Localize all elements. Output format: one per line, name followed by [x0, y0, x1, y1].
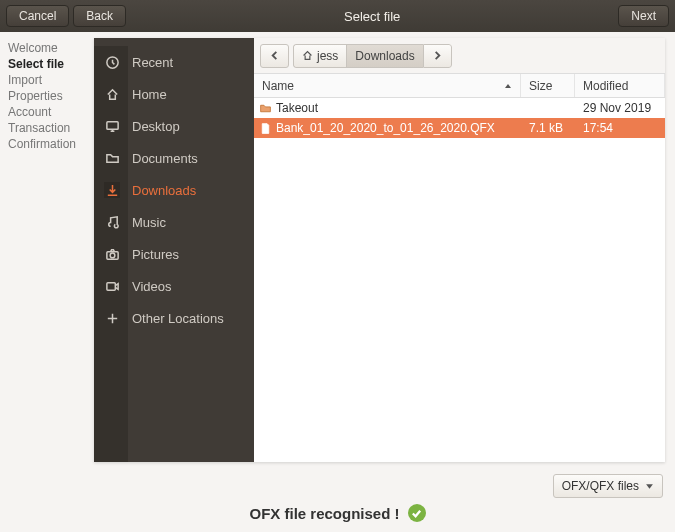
- file-name: Takeout: [276, 101, 521, 115]
- wizard-step: Import: [6, 72, 88, 88]
- place-label: Downloads: [132, 183, 196, 198]
- download-icon: [104, 182, 120, 198]
- wizard-step: Transaction: [6, 120, 88, 136]
- footer: OFX/QFX files: [0, 468, 675, 504]
- titlebar: Cancel Back Select file Next: [0, 0, 675, 32]
- file-list: Takeout29 Nov 2019Bank_01_20_2020_to_01_…: [254, 98, 665, 462]
- video-icon: [104, 278, 120, 294]
- place-other-locations[interactable]: Other Locations: [94, 302, 254, 334]
- window-title: Select file: [130, 9, 614, 24]
- place-documents[interactable]: Documents: [94, 142, 254, 174]
- music-icon: [104, 214, 120, 230]
- place-label: Desktop: [132, 119, 180, 134]
- sort-indicator-icon: [504, 79, 512, 93]
- wizard-step: Account: [6, 104, 88, 120]
- back-button[interactable]: Back: [73, 5, 126, 27]
- path-back-button[interactable]: [260, 44, 289, 68]
- wizard-steps: WelcomeSelect fileImportPropertiesAccoun…: [0, 32, 94, 468]
- file-row[interactable]: Bank_01_20_2020_to_01_26_2020.QFX7.1 kB1…: [254, 118, 665, 138]
- place-home[interactable]: Home: [94, 78, 254, 110]
- folder-icon: [254, 102, 276, 115]
- place-label: Home: [132, 87, 167, 102]
- file-modified: 29 Nov 2019: [575, 101, 665, 115]
- file-size: 7.1 kB: [521, 121, 575, 135]
- main-content: WelcomeSelect fileImportPropertiesAccoun…: [0, 32, 675, 468]
- file-icon: [254, 122, 276, 135]
- file-type-filter[interactable]: OFX/QFX files: [553, 474, 663, 498]
- svg-rect-4: [106, 282, 114, 290]
- clock-icon: [104, 54, 120, 70]
- place-downloads[interactable]: Downloads: [94, 174, 254, 206]
- wizard-step: Confirmation: [6, 136, 88, 152]
- wizard-step: Select file: [6, 56, 88, 72]
- path-bar: jess Downloads: [254, 38, 665, 74]
- place-label: Recent: [132, 55, 173, 70]
- plus-icon: [104, 310, 120, 326]
- svg-point-3: [110, 253, 115, 258]
- home-icon: [104, 86, 120, 102]
- check-icon: [408, 504, 426, 522]
- breadcrumb-current[interactable]: Downloads: [346, 44, 422, 68]
- place-videos[interactable]: Videos: [94, 270, 254, 302]
- place-label: Music: [132, 215, 166, 230]
- path-forward-button[interactable]: [423, 44, 452, 68]
- cancel-button[interactable]: Cancel: [6, 5, 69, 27]
- column-modified[interactable]: Modified: [575, 74, 665, 97]
- place-pictures[interactable]: Pictures: [94, 238, 254, 270]
- wizard-step: Properties: [6, 88, 88, 104]
- place-label: Other Locations: [132, 311, 224, 326]
- file-modified: 17:54: [575, 121, 665, 135]
- chevron-down-icon: [645, 482, 654, 491]
- place-music[interactable]: Music: [94, 206, 254, 238]
- column-size[interactable]: Size: [521, 74, 575, 97]
- svg-rect-1: [106, 121, 117, 129]
- folder-icon: [104, 150, 120, 166]
- file-chooser: RecentHomeDesktopDocumentsDownloadsMusic…: [94, 38, 665, 462]
- place-recent[interactable]: Recent: [94, 46, 254, 78]
- status-message: OFX file recognised !: [0, 504, 675, 532]
- desktop-icon: [104, 118, 120, 134]
- column-name[interactable]: Name: [254, 74, 521, 97]
- file-browser: jess Downloads Name Size Modified Takeou…: [254, 38, 665, 462]
- place-desktop[interactable]: Desktop: [94, 110, 254, 142]
- place-label: Videos: [132, 279, 172, 294]
- place-label: Documents: [132, 151, 198, 166]
- column-headers: Name Size Modified: [254, 74, 665, 98]
- wizard-step: Welcome: [6, 40, 88, 56]
- camera-icon: [104, 246, 120, 262]
- file-row[interactable]: Takeout29 Nov 2019: [254, 98, 665, 118]
- breadcrumb-home[interactable]: jess: [293, 44, 346, 68]
- place-label: Pictures: [132, 247, 179, 262]
- next-button[interactable]: Next: [618, 5, 669, 27]
- file-name: Bank_01_20_2020_to_01_26_2020.QFX: [276, 121, 521, 135]
- places-sidebar: RecentHomeDesktopDocumentsDownloadsMusic…: [94, 38, 254, 462]
